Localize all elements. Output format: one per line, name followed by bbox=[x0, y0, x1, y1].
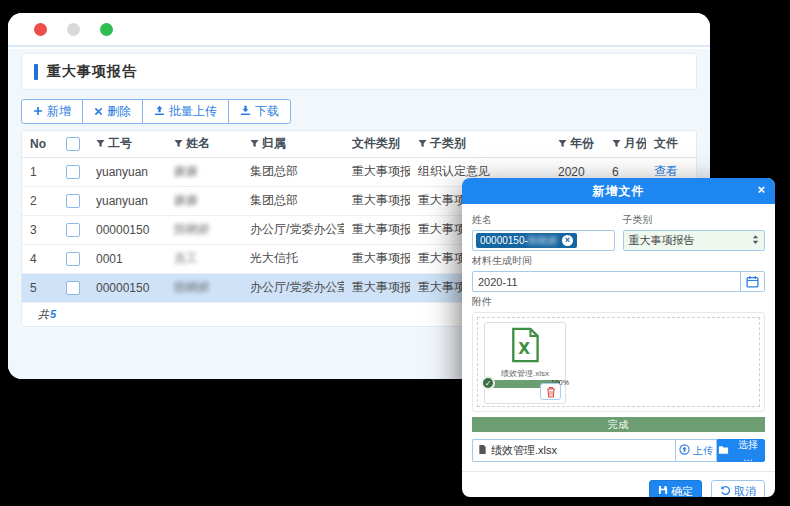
column-header-id[interactable]: 工号 bbox=[88, 131, 166, 157]
total-count: 共5 bbox=[38, 307, 56, 322]
filter-icon[interactable] bbox=[174, 137, 183, 151]
name-field[interactable]: 00000150-陈晓娇 × bbox=[472, 230, 615, 251]
cell-select[interactable] bbox=[58, 273, 88, 302]
tag-employee-name: 陈晓娇 bbox=[528, 233, 558, 248]
selected-file-display: 绩效管理.xlsx bbox=[472, 439, 675, 462]
upload-success-check-icon: ✓ bbox=[481, 376, 495, 390]
cell-select[interactable] bbox=[58, 215, 88, 244]
window-minimize-dot[interactable] bbox=[67, 23, 80, 36]
select-all-checkbox[interactable] bbox=[66, 137, 80, 151]
row-checkbox[interactable] bbox=[66, 223, 80, 237]
filter-icon[interactable] bbox=[418, 137, 427, 151]
choose-file-button[interactable]: 选择 … bbox=[717, 439, 765, 462]
filter-icon[interactable] bbox=[250, 137, 259, 151]
toolbar-button-label: 删除 bbox=[107, 103, 131, 120]
column-header-subcategory[interactable]: 子类别 bbox=[410, 131, 550, 157]
row-checkbox[interactable] bbox=[66, 252, 80, 266]
redacted-name: 陈晓娇 bbox=[174, 222, 210, 236]
title-accent-bar bbox=[34, 64, 38, 80]
column-header-name[interactable]: 姓名 bbox=[166, 131, 242, 157]
modal-body: 姓名 00000150-陈晓娇 × 子类别 重大事项报告 bbox=[462, 204, 775, 462]
column-header-label: 归属 bbox=[262, 136, 286, 150]
column-header-label: 子类别 bbox=[430, 136, 466, 150]
add-button[interactable]: 新增 bbox=[21, 99, 83, 124]
subcategory-select[interactable]: 重大事项报告 bbox=[623, 230, 766, 251]
column-header-file: 文件 bbox=[646, 131, 696, 157]
toolbar-button-label: 下载 bbox=[255, 103, 279, 120]
cell-employee-id: yuanyuan bbox=[88, 157, 166, 186]
window-maximize-dot[interactable] bbox=[100, 23, 113, 36]
batch-upload-button[interactable]: 批量上传 bbox=[142, 99, 229, 124]
view-file-link[interactable]: 查看 bbox=[654, 164, 678, 178]
cell-no: 5 bbox=[22, 273, 58, 302]
modal-footer: 确定 取消 bbox=[462, 471, 775, 497]
cell-select[interactable] bbox=[58, 186, 88, 215]
filter-icon[interactable] bbox=[612, 137, 621, 151]
column-header-org[interactable]: 归属 bbox=[242, 131, 344, 157]
column-header-label: 文件 bbox=[654, 136, 678, 150]
column-header-select[interactable] bbox=[58, 131, 88, 157]
cell-category: 重大事项报告 bbox=[344, 186, 410, 215]
folder-icon bbox=[718, 445, 729, 457]
column-header-no: No bbox=[22, 131, 58, 157]
save-icon bbox=[658, 485, 668, 497]
attachment-box: X 绩效管理.xlsx (14.58 KB) 100% ✓ bbox=[472, 312, 765, 412]
cell-no: 3 bbox=[22, 215, 58, 244]
excel-file-icon: X bbox=[485, 327, 565, 367]
cell-no: 2 bbox=[22, 186, 58, 215]
cell-category: 重大事项报告 bbox=[344, 273, 410, 302]
filter-icon[interactable] bbox=[558, 137, 567, 151]
file-icon bbox=[478, 444, 487, 457]
cell-org: 办公厅/党委办公室 bbox=[242, 273, 344, 302]
window-close-dot[interactable] bbox=[34, 23, 47, 36]
delete-file-button[interactable] bbox=[540, 383, 561, 400]
cell-org: 光大信托 bbox=[242, 244, 344, 273]
svg-text:X: X bbox=[518, 340, 530, 358]
x-icon bbox=[94, 105, 103, 119]
cell-org: 集团总部 bbox=[242, 186, 344, 215]
subcategory-value: 重大事项报告 bbox=[629, 233, 695, 248]
download-button[interactable]: 下载 bbox=[228, 99, 291, 124]
attachment-dropzone[interactable]: X 绩效管理.xlsx (14.58 KB) 100% ✓ bbox=[477, 317, 760, 407]
cell-no: 1 bbox=[22, 157, 58, 186]
page-background: 重大事项报告 新增删除批量上传下载 No工号姓名归属文件类别子类别年份月份文件 … bbox=[0, 0, 790, 506]
row-checkbox[interactable] bbox=[66, 165, 80, 179]
column-header-label: No bbox=[30, 137, 46, 151]
row-checkbox[interactable] bbox=[66, 281, 80, 295]
date-value: 2020-11 bbox=[478, 276, 518, 288]
close-icon[interactable]: × bbox=[757, 183, 766, 197]
cell-select[interactable] bbox=[58, 157, 88, 186]
select-arrows-icon bbox=[752, 234, 759, 247]
confirm-button[interactable]: 确定 bbox=[649, 480, 702, 497]
cell-category: 重大事项报告 bbox=[344, 244, 410, 273]
column-header-label: 工号 bbox=[108, 136, 132, 150]
toolbar-button-label: 新增 bbox=[47, 103, 71, 120]
redacted-name: 媛媛 bbox=[174, 193, 198, 207]
page-header: 重大事项报告 bbox=[21, 53, 697, 90]
plus-icon bbox=[33, 105, 43, 119]
cell-name: 陈晓娇 bbox=[166, 273, 242, 302]
table-header-row: No工号姓名归属文件类别子类别年份月份文件 bbox=[22, 131, 696, 157]
filter-icon[interactable] bbox=[96, 137, 105, 151]
date-field[interactable]: 2020-11 bbox=[472, 271, 765, 292]
tag-employee-id: 00000150- bbox=[480, 233, 528, 248]
cell-name: 媛媛 bbox=[166, 186, 242, 215]
cancel-button[interactable]: 取消 bbox=[711, 480, 765, 497]
calendar-icon[interactable] bbox=[740, 272, 764, 291]
cell-select[interactable] bbox=[58, 244, 88, 273]
column-header-year[interactable]: 年份 bbox=[550, 131, 604, 157]
cell-org: 办公厅/党委办公室 bbox=[242, 215, 344, 244]
subcategory-label: 子类别 bbox=[623, 213, 766, 227]
column-header-month[interactable]: 月份 bbox=[604, 131, 646, 157]
column-header-label: 文件类别 bbox=[352, 136, 400, 150]
delete-button[interactable]: 删除 bbox=[82, 99, 143, 124]
uploaded-file-card: X 绩效管理.xlsx (14.58 KB) 100% ✓ bbox=[484, 322, 566, 404]
column-header-label: 姓名 bbox=[186, 136, 210, 150]
row-checkbox[interactable] bbox=[66, 194, 80, 208]
file-input-row: 绩效管理.xlsx 上传 选择 … bbox=[472, 439, 765, 462]
remove-tag-icon[interactable]: × bbox=[562, 235, 573, 246]
redacted-name: 陈晓娇 bbox=[174, 280, 210, 294]
cell-name: 陈晓娇 bbox=[166, 215, 242, 244]
cell-category: 重大事项报告 bbox=[344, 215, 410, 244]
upload-button[interactable]: 上传 bbox=[675, 439, 717, 462]
